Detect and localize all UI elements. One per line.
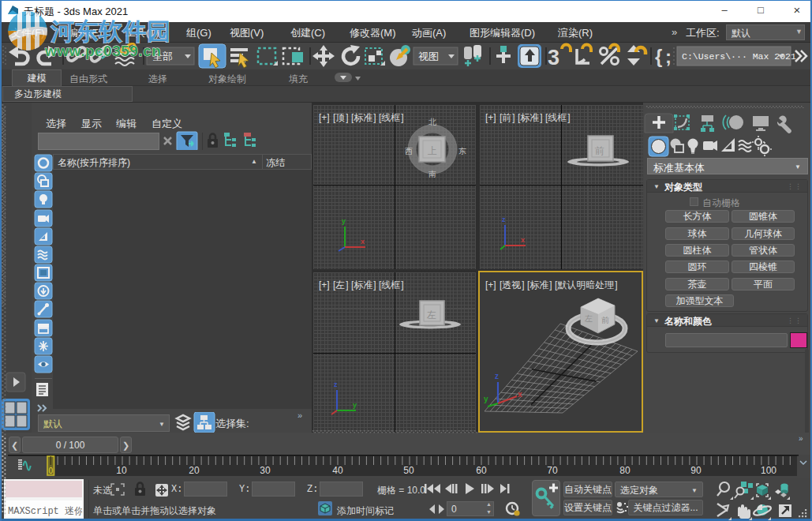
svg-text:20: 20 [189, 465, 200, 476]
svg-text:x: x [518, 390, 522, 399]
svg-text:0: 0 [49, 467, 54, 475]
svg-text:x: x [361, 238, 365, 246]
svg-text:东: 东 [458, 147, 466, 156]
svg-text:10: 10 [116, 465, 127, 476]
svg-text:上: 上 [428, 145, 437, 156]
svg-text:40: 40 [332, 465, 343, 476]
svg-text:90: 90 [690, 465, 702, 476]
svg-text:视图: 视图 [418, 51, 439, 62]
svg-text:z: z [334, 380, 338, 388]
svg-text:C:\Users\··· Max 2021: C:\Users\··· Max 2021 [682, 51, 796, 62]
svg-text:80: 80 [619, 465, 631, 476]
svg-text:左: 左 [426, 309, 436, 320]
svg-text:z: z [495, 372, 499, 380]
svg-text:100: 100 [761, 465, 776, 476]
svg-text:前: 前 [595, 145, 604, 156]
svg-text:30: 30 [260, 465, 271, 476]
svg-text:3: 3 [548, 46, 559, 69]
svg-text:z: z [502, 216, 506, 223]
svg-text:70: 70 [547, 465, 558, 476]
svg-text:前: 前 [601, 316, 609, 324]
svg-text:南: 南 [428, 170, 436, 178]
svg-text:y: y [342, 217, 346, 225]
svg-text:西: 西 [405, 147, 413, 156]
svg-text:60: 60 [476, 465, 487, 476]
svg-text:左: 左 [585, 314, 593, 323]
svg-text:50: 50 [403, 465, 414, 476]
svg-text:y: y [353, 401, 357, 409]
svg-text:全部: 全部 [152, 51, 173, 62]
svg-text:y: y [484, 395, 488, 403]
svg-text:;: ; [665, 46, 672, 67]
svg-text:北: 北 [428, 118, 437, 126]
svg-text:{: { [655, 46, 662, 67]
svg-text:x: x [521, 236, 525, 244]
